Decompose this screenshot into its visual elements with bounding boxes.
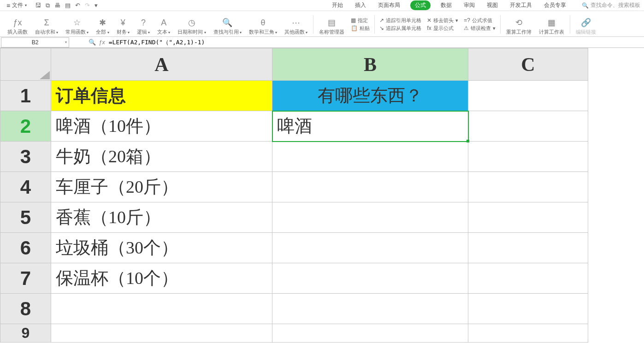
- spreadsheet: A B C 1 订单信息 有哪些东西？ 2 啤酒（10件） 啤酒 3 牛奶（20…: [0, 48, 644, 343]
- tab-layout[interactable]: 页面布局: [376, 0, 402, 10]
- cell-C7[interactable]: [468, 263, 588, 294]
- cell-A4[interactable]: 车厘子（20斤）: [51, 172, 272, 202]
- insert-function-button[interactable]: ƒx插入函数: [4, 13, 31, 36]
- file-label: 文件: [12, 1, 23, 9]
- all-functions-button[interactable]: ✱全部: [92, 13, 112, 36]
- fx-icon: ƒx: [13, 18, 22, 28]
- cell-C6[interactable]: [468, 233, 588, 263]
- cell-C1[interactable]: [468, 81, 588, 111]
- col-header-A[interactable]: A: [51, 48, 272, 81]
- logical-button[interactable]: ?逻辑: [133, 13, 154, 36]
- common-label: 常用函数: [65, 29, 89, 36]
- lookup-button[interactable]: 🔍查找与引用: [210, 13, 245, 36]
- tab-view[interactable]: 视图: [485, 0, 500, 10]
- financial-button[interactable]: ¥财务: [113, 13, 133, 36]
- redo-icon[interactable]: ↷: [85, 2, 90, 9]
- cell-B9[interactable]: [272, 324, 468, 343]
- show-formula-button[interactable]: fx显示公式: [427, 25, 458, 32]
- cell-A2[interactable]: 啤酒（10件）: [51, 111, 272, 142]
- search-box[interactable]: 🔍 查找命令、搜索模板: [582, 1, 640, 9]
- cell-C9[interactable]: [468, 324, 588, 343]
- row-header-2[interactable]: 2: [0, 111, 51, 142]
- trace-precedents-button[interactable]: ↗追踪引用单元格: [379, 17, 421, 24]
- select-all-corner[interactable]: [0, 48, 51, 81]
- search-cell-icon[interactable]: 🔍: [89, 39, 96, 46]
- row-header-6[interactable]: 6: [0, 233, 51, 263]
- cell-B5[interactable]: [272, 202, 468, 233]
- preview-icon[interactable]: ▤: [65, 2, 71, 9]
- trace-dependents-button[interactable]: ↘追踪从属单元格: [379, 25, 421, 32]
- remove-arrows-button[interactable]: ✕移去箭头 ▾: [427, 17, 458, 24]
- define-name-button[interactable]: ▦指定: [351, 17, 370, 24]
- tab-dev[interactable]: 开发工具: [508, 0, 534, 10]
- autosum-button[interactable]: Σ自动求和: [31, 13, 62, 36]
- row-header-4[interactable]: 4: [0, 172, 51, 202]
- print-icon[interactable]: 🖶: [54, 2, 60, 9]
- formula-input[interactable]: [105, 39, 644, 46]
- col-header-C[interactable]: C: [468, 48, 588, 81]
- tab-member[interactable]: 会员专享: [542, 0, 568, 10]
- tab-review[interactable]: 审阅: [462, 0, 477, 10]
- cell-B2[interactable]: 啤酒: [272, 111, 468, 142]
- more-icon[interactable]: ▾: [95, 2, 98, 9]
- row-header-8[interactable]: 8: [0, 294, 51, 324]
- cell-A8[interactable]: [51, 294, 272, 324]
- show-formula-icon: fx: [427, 25, 431, 31]
- ribbon: ƒx插入函数 Σ自动求和 ☆常用函数 ✱全部 ¥财务 ?逻辑 A文本 ◷日期和时…: [0, 11, 644, 37]
- tab-data[interactable]: 数据: [439, 0, 454, 10]
- cell-A1[interactable]: 订单信息: [51, 81, 272, 111]
- recalc-wb-icon: ⟲: [515, 18, 522, 28]
- paste-name-button[interactable]: 📋粘贴: [351, 25, 370, 32]
- common-functions-button[interactable]: ☆常用函数: [62, 13, 92, 36]
- trace-prec-icon: ↗: [379, 17, 384, 24]
- calc-worksheet-button[interactable]: ▦计算工作表: [535, 13, 568, 36]
- name-manager-label: 名称管理器: [319, 29, 344, 36]
- trace-stack: ↗追踪引用单元格 ↘追踪从属单元格: [377, 13, 424, 36]
- cell-B6[interactable]: [272, 233, 468, 263]
- calc-ws-icon: ▦: [548, 18, 555, 28]
- cell-C3[interactable]: [468, 142, 588, 172]
- cell-B8[interactable]: [272, 294, 468, 324]
- datetime-button[interactable]: ◷日期和时间: [174, 13, 209, 36]
- name-box[interactable]: B2: [1, 37, 69, 47]
- recalc-workbook-button[interactable]: ⟲重算工作簿: [502, 13, 535, 36]
- row-header-1[interactable]: 1: [0, 81, 51, 111]
- tab-insert[interactable]: 插入: [353, 0, 368, 10]
- save-as-icon[interactable]: ⧉: [46, 2, 50, 9]
- name-manager-button[interactable]: ▤名称管理器: [315, 13, 348, 36]
- row-header-3[interactable]: 3: [0, 142, 51, 172]
- cell-B7[interactable]: [272, 263, 468, 294]
- recalc-wb-label: 重算工作簿: [506, 29, 532, 36]
- save-icon[interactable]: 🖫: [35, 2, 41, 9]
- cell-C2[interactable]: [468, 111, 588, 142]
- cell-C8[interactable]: [468, 294, 588, 324]
- cell-B4[interactable]: [272, 172, 468, 202]
- other-functions-button[interactable]: ⋯其他函数: [281, 13, 311, 36]
- text-button[interactable]: A文本: [154, 13, 174, 36]
- cell-A9[interactable]: [51, 324, 272, 343]
- asterisk-icon: ✱: [99, 18, 106, 28]
- tab-home[interactable]: 开始: [330, 0, 345, 10]
- row-header-9[interactable]: 9: [0, 324, 51, 343]
- col-header-B[interactable]: B: [272, 48, 468, 81]
- math-button[interactable]: θ数学和三角: [245, 13, 281, 36]
- file-menu[interactable]: 文件: [4, 0, 30, 10]
- row-header-5[interactable]: 5: [0, 202, 51, 233]
- separator: [374, 15, 375, 34]
- cell-A7[interactable]: 保温杯（10个）: [51, 263, 272, 294]
- error-check-button[interactable]: ⚠错误检查 ▾: [464, 25, 496, 32]
- evaluate-formula-button[interactable]: =?公式求值: [464, 17, 496, 24]
- cell-C4[interactable]: [468, 172, 588, 202]
- cell-A5[interactable]: 香蕉（10斤）: [51, 202, 272, 233]
- cell-B1[interactable]: 有哪些东西？: [272, 81, 468, 111]
- cell-A6[interactable]: 垃圾桶（30个）: [51, 233, 272, 263]
- cell-B3[interactable]: [272, 142, 468, 172]
- cell-C5[interactable]: [468, 202, 588, 233]
- edit-links-label: 编辑链接: [576, 29, 596, 36]
- tab-formula[interactable]: 公式: [410, 0, 431, 10]
- undo-icon[interactable]: ↶: [75, 2, 80, 9]
- cell-A3[interactable]: 牛奶（20箱）: [51, 142, 272, 172]
- fx-icon[interactable]: ƒx: [99, 39, 105, 46]
- edit-links-button[interactable]: 🔗编辑链接: [572, 13, 600, 36]
- row-header-7[interactable]: 7: [0, 263, 51, 294]
